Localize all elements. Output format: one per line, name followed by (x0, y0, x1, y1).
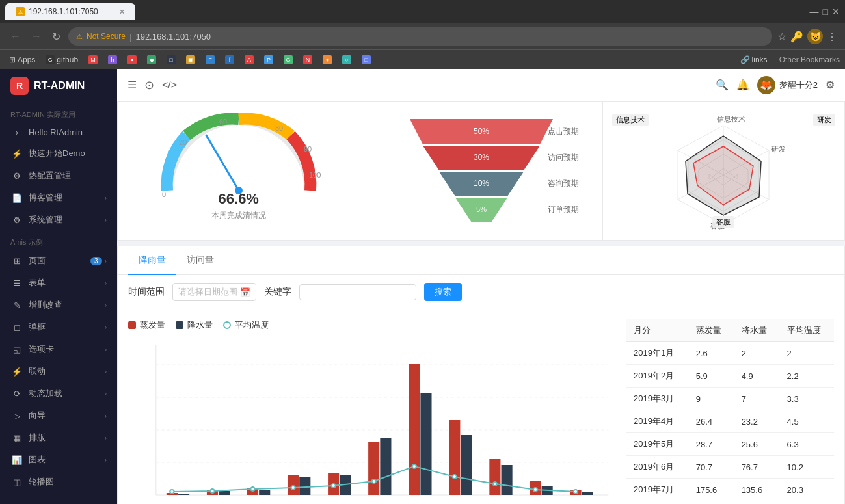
chevron-right-icon: › (105, 324, 107, 331)
sidebar-item-label: Hello RtAdmin (29, 127, 83, 137)
table-cell: 7 (734, 388, 779, 410)
bookmark-h[interactable]: h (104, 54, 121, 66)
back-button[interactable]: ← (8, 28, 23, 45)
sidebar-item-carousel[interactable]: ◫ 轮播图 (0, 471, 117, 493)
chevron-right-icon: › (105, 302, 107, 309)
bookmark-n[interactable]: N (299, 54, 316, 66)
settings-icon[interactable]: ⚙ (825, 79, 835, 91)
user-avatar: 🦊 (757, 76, 775, 94)
bookmark-sq2[interactable]: □ (358, 54, 375, 66)
svg-text:5%: 5% (476, 206, 487, 213)
sidebar-item-label: 动态加载 (29, 388, 62, 399)
profile-icon[interactable]: 🔑 (790, 31, 803, 43)
code-icon[interactable]: </> (162, 79, 177, 91)
reload-button[interactable]: ↻ (49, 28, 63, 46)
sidebar-item-wizard[interactable]: ▷ 向导 › (0, 405, 117, 427)
sidebar-item-linkage[interactable]: ⚡ 联动 › (0, 360, 117, 382)
table-cell: 76.7 (734, 456, 779, 479)
legend-precipitation-dot (176, 321, 183, 329)
sidebar-item-crud[interactable]: ✎ 增删改查 › (0, 294, 117, 316)
bookmark-github[interactable]: G github (42, 54, 82, 66)
bookmark-fb[interactable]: F (202, 54, 219, 66)
bookmark-apps[interactable]: ⊞ Apps (5, 54, 39, 66)
sidebar-item-dynamic[interactable]: ⟳ 动态加载 › (0, 382, 117, 405)
menu-toggle-icon[interactable]: ☰ (127, 79, 137, 91)
date-picker[interactable]: 请选择日期范围 📅 (172, 283, 256, 301)
tab-rainfall[interactable]: 降雨量 (128, 246, 176, 275)
user-menu[interactable]: 🦊 梦醒十分2 (757, 76, 818, 94)
other-bookmarks[interactable]: Other Bookmarks (779, 55, 840, 64)
active-tab[interactable]: ⚠ 192.168.1.101:7050 ✕ (5, 3, 135, 20)
chevron-right-icon: › (105, 280, 107, 287)
bookmark-sq[interactable]: ▣ (182, 54, 199, 66)
links-icon: 🔗 (740, 55, 750, 64)
legend-evaporation: 蒸发量 (128, 319, 165, 331)
sidebar-item-layout[interactable]: ▦ 排版 › (0, 427, 117, 449)
bookmark-teal[interactable]: ○ (338, 54, 355, 66)
forward-button[interactable]: → (29, 28, 44, 45)
not-secure-label: Not Secure (87, 32, 126, 41)
svg-text:0: 0 (162, 191, 166, 198)
maximize-icon[interactable]: □ (823, 7, 828, 17)
keyword-input[interactable] (299, 284, 416, 300)
svg-line-0 (206, 135, 239, 191)
data-table: 月分 蒸发量 将水量 平均温度 2019年1月2.6222019年2月5.94.… (626, 319, 834, 504)
bookmark-a[interactable]: A (241, 54, 258, 66)
nav-actions: ☆ 🔑 😺 ⋮ (777, 29, 837, 44)
more-options-icon[interactable]: ⋮ (827, 31, 837, 43)
close-window-icon[interactable]: ✕ (832, 7, 840, 17)
bookmark-m[interactable]: M (85, 54, 101, 66)
sidebar-item-blog[interactable]: 📄 博客管理 › (0, 187, 117, 209)
sidebar-item-tabs[interactable]: ◱ 选项卡 › (0, 338, 117, 360)
bookmark-star-icon[interactable]: ☆ (777, 31, 786, 43)
sidebar-item-hello[interactable]: › Hello RtAdmin (0, 122, 117, 142)
sidebar-item-modal[interactable]: ◻ 弹框 › (0, 316, 117, 338)
sidebar-item-system[interactable]: ⚙ 系统管理 › (0, 209, 117, 231)
bookmark-dou[interactable]: □ (163, 54, 180, 66)
svg-text:信息技术: 信息技术 (717, 115, 745, 123)
chevron-right-icon: › (105, 194, 107, 202)
bookmark-p[interactable]: P (260, 54, 277, 66)
user-name: 梦醒十分2 (779, 79, 818, 91)
github-header-icon[interactable]: ⊙ (144, 78, 154, 92)
bm-icon-sq: ▣ (186, 55, 195, 64)
top-header: ☰ ⊙ </> 🔍 🔔 🦊 梦醒十分2 ⚙ (117, 69, 845, 101)
minimize-icon[interactable]: — (810, 7, 819, 17)
bookmark-orange[interactable]: ♦ (319, 54, 336, 66)
sidebar-item-form[interactable]: ☰ 表单 › (0, 272, 117, 294)
bm-icon-p: P (264, 55, 273, 64)
sidebar-item-label: 页面 (29, 255, 46, 267)
svg-text:访问预期: 访问预期 (548, 153, 579, 162)
bell-icon[interactable]: 🔔 (736, 79, 749, 91)
logo-icon: R (10, 77, 29, 95)
sidebar-item-label: 弹框 (29, 321, 46, 333)
bar-jul-prec (420, 393, 431, 495)
table-cell: 70.7 (688, 456, 734, 479)
sidebar-item-config[interactable]: ⚙ 热配置管理 (0, 165, 117, 187)
table-row: 2019年6月70.776.710.2 (626, 456, 834, 479)
sidebar-item-chart[interactable]: 📊 图表 › (0, 449, 117, 471)
chevron-right-icon: › (105, 346, 107, 353)
bookmark-f2[interactable]: f (221, 54, 238, 66)
sidebar-item-label: 热配置管理 (29, 170, 71, 181)
address-bar[interactable]: ⚠ Not Secure | 192.168.1.101:7050 (68, 27, 772, 46)
sidebar-item-page[interactable]: ⊞ 页面 3 › (0, 250, 117, 272)
search-button[interactable]: 搜索 (424, 283, 462, 301)
sidebar-item-demo[interactable]: ⚡ 快速开始Demo (0, 142, 117, 165)
sidebar-item-label: 图表 (29, 454, 46, 466)
tab-visits[interactable]: 访问量 (176, 246, 224, 275)
apps-icon: ⊞ (9, 55, 16, 64)
sidebar-logo: R RT-ADMIN (0, 69, 117, 103)
bookmark-red[interactable]: ● (124, 54, 141, 66)
table-cell: 2.2 (779, 365, 834, 388)
bookmark-g[interactable]: G (280, 54, 297, 66)
chart-legend: 蒸发量 降水量 平均温度 (128, 319, 615, 331)
chevron-right-icon: › (105, 368, 107, 375)
bookmark-green[interactable]: ◆ (143, 54, 160, 66)
browser-user-icon[interactable]: 😺 (807, 29, 823, 44)
tab-close[interactable]: ✕ (119, 8, 125, 16)
bookmark-links[interactable]: 🔗 links (736, 54, 771, 66)
browser-chrome: ⚠ 192.168.1.101:7050 ✕ — □ ✕ ← → ↻ ⚠ Not… (0, 0, 845, 69)
search-icon[interactable]: 🔍 (716, 79, 729, 91)
table-cell: 175.6 (688, 479, 734, 501)
